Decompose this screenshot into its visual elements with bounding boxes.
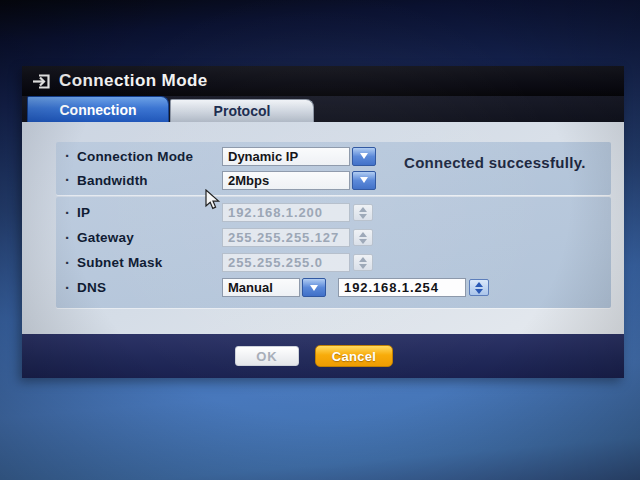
- connection-mode-dropdown-arrow-button[interactable]: [352, 147, 376, 166]
- connection-settings-panel: Connected successfully. · Connection Mod…: [22, 122, 624, 334]
- connection-mode-dialog: Connection Mode Connection Protocol Conn…: [22, 66, 624, 378]
- ip-spinner: [353, 204, 373, 221]
- spinner-down-icon: [359, 239, 367, 244]
- dialog-title: Connection Mode: [59, 71, 208, 91]
- subnet-mask-row: · Subnet Mask 255.255.255.0: [56, 250, 611, 275]
- bullet-dot: ·: [65, 175, 77, 185]
- ip-settings-group: · IP 192.168.1.200 · Gateway 255.255.255…: [56, 197, 611, 308]
- ip-row: · IP 192.168.1.200: [56, 200, 611, 225]
- chevron-down-icon: [360, 153, 368, 159]
- bandwidth-label: Bandwidth: [77, 173, 222, 188]
- gateway-field: 255.255.255.127: [222, 228, 350, 247]
- spinner-up-icon: [359, 232, 367, 237]
- gateway-row: · Gateway 255.255.255.127: [56, 225, 611, 250]
- connection-mode-label: Connection Mode: [77, 149, 222, 164]
- spinner-down-icon: [359, 214, 367, 219]
- dns-mode-dropdown-arrow-button[interactable]: [302, 278, 326, 297]
- bullet-dot: ·: [65, 151, 77, 161]
- dns-spinner[interactable]: [469, 279, 489, 296]
- bullet-dot: ·: [65, 258, 77, 268]
- tab-protocol[interactable]: Protocol: [170, 99, 314, 122]
- bandwidth-select[interactable]: 2Mbps: [222, 171, 350, 190]
- bullet-dot: ·: [65, 208, 77, 218]
- bullet-dot: ·: [65, 233, 77, 243]
- tab-connection[interactable]: Connection: [27, 96, 169, 122]
- dns-address-field[interactable]: 192.168.1.254: [338, 278, 466, 297]
- subnet-mask-spinner: [353, 254, 373, 271]
- chevron-down-icon: [360, 177, 368, 183]
- connection-mode-select[interactable]: Dynamic IP: [222, 147, 350, 166]
- bandwidth-dropdown-arrow-button[interactable]: [352, 171, 376, 190]
- cancel-button[interactable]: Cancel: [315, 345, 393, 367]
- dns-mode-select[interactable]: Manual: [222, 278, 300, 297]
- spinner-down-icon: [475, 289, 483, 294]
- ok-button[interactable]: OK: [235, 346, 299, 366]
- tab-connection-label: Connection: [60, 102, 137, 118]
- spinner-up-icon: [359, 257, 367, 262]
- dns-row: · DNS Manual 192.168.1.254: [56, 275, 611, 300]
- dialog-footer: OK Cancel: [22, 334, 624, 378]
- spinner-down-icon: [359, 264, 367, 269]
- subnet-mask-label: Subnet Mask: [77, 255, 222, 270]
- gateway-label: Gateway: [77, 230, 222, 245]
- dns-label: DNS: [77, 280, 222, 295]
- gateway-spinner: [353, 229, 373, 246]
- spinner-up-icon: [475, 282, 483, 287]
- dialog-titlebar: Connection Mode: [22, 66, 624, 96]
- chevron-down-icon: [310, 285, 318, 291]
- bandwidth-row: · Bandwidth 2Mbps: [56, 168, 611, 192]
- tab-strip: Connection Protocol: [22, 96, 624, 122]
- connection-status-message: Connected successfully.: [404, 154, 586, 171]
- subnet-mask-field: 255.255.255.0: [222, 253, 350, 272]
- ip-address-field: 192.168.1.200: [222, 203, 350, 222]
- spinner-up-icon: [359, 207, 367, 212]
- ip-label: IP: [77, 205, 222, 220]
- tab-protocol-label: Protocol: [214, 103, 271, 119]
- bullet-dot: ·: [65, 283, 77, 293]
- enter-dialog-icon: [32, 73, 51, 90]
